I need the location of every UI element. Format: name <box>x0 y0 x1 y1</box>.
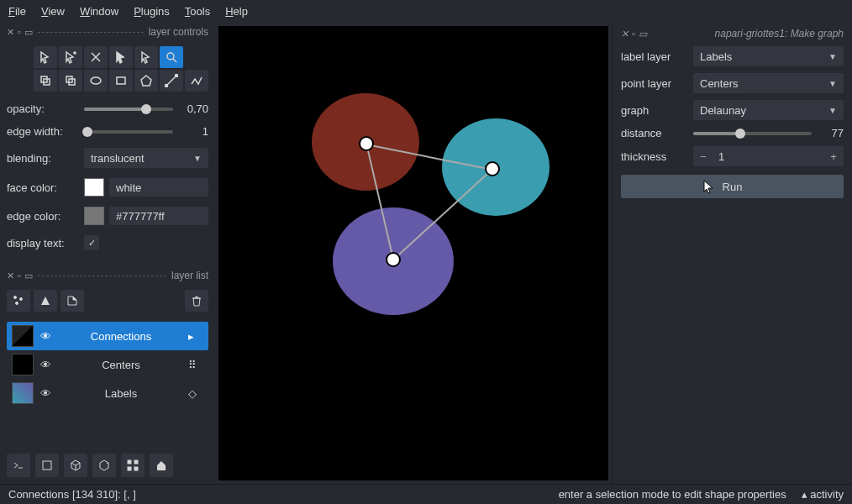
canvas[interactable] <box>218 26 608 480</box>
chevron-down-icon: ▼ <box>828 52 837 61</box>
tool-select-filled[interactable] <box>109 46 133 68</box>
edge-color-input[interactable]: #777777ff <box>109 207 208 225</box>
svg-point-5 <box>91 77 101 84</box>
chevron-down-icon: ▼ <box>193 154 202 163</box>
layer-name: Labels <box>60 387 181 400</box>
status-hint: enter a selection mode to edit shape pro… <box>559 488 786 501</box>
svg-rect-16 <box>134 467 138 470</box>
grid-button[interactable] <box>121 454 145 477</box>
collapse-icon[interactable]: ▭ <box>24 27 33 38</box>
face-color-input[interactable]: white <box>109 178 208 197</box>
thickness-spinner[interactable]: − 1 + <box>693 146 844 166</box>
plugin-title: napari-griottes1: Make graph <box>715 28 844 39</box>
menu-plugins[interactable]: Plugins <box>134 5 170 18</box>
graph-node <box>485 161 500 176</box>
close-icon[interactable]: ✕ <box>621 29 628 39</box>
statusbar: Connections [134 310]: [, ] enter a sele… <box>0 484 852 504</box>
undock-icon[interactable]: ▫ <box>18 27 21 38</box>
tool-move-back[interactable] <box>34 70 57 92</box>
tool-select-direct[interactable] <box>134 46 158 68</box>
transpose-button[interactable] <box>92 454 116 477</box>
tool-zoom[interactable] <box>160 46 183 68</box>
point-layer-select[interactable]: Centers▼ <box>693 73 844 93</box>
new-shapes-button[interactable] <box>34 290 57 312</box>
visibility-icon[interactable]: 👁 <box>40 330 54 343</box>
svg-rect-13 <box>128 460 131 464</box>
delete-layer-button[interactable] <box>185 290 208 312</box>
layer-type-icon: ◇ <box>188 387 203 400</box>
new-points-button[interactable] <box>7 290 30 312</box>
roll-button[interactable] <box>64 454 87 477</box>
collapse-icon[interactable]: ▭ <box>24 270 33 281</box>
distance-value: 77 <box>818 127 844 139</box>
menu-tools[interactable]: Tools <box>185 5 210 18</box>
graph-node <box>386 252 401 267</box>
tool-move-front[interactable] <box>59 70 82 92</box>
opacity-label: opacity: <box>7 102 79 115</box>
graph-node <box>359 136 374 151</box>
tool-line[interactable] <box>160 70 183 92</box>
tool-path[interactable] <box>185 70 208 92</box>
plugin-panel: ✕ ▫ ▭ napari-griottes1: Make graph label… <box>612 23 852 484</box>
ndisplay-button[interactable] <box>35 454 59 477</box>
menu-file[interactable]: File <box>8 5 26 18</box>
menu-help[interactable]: Help <box>225 5 248 18</box>
layer-type-icon: ▸ <box>188 330 203 343</box>
label-layer-select[interactable]: Labels▼ <box>693 46 844 66</box>
activity-toggle[interactable]: ▴ activity <box>802 488 844 501</box>
undock-icon[interactable]: ▫ <box>632 29 635 39</box>
menu-window[interactable]: Window <box>80 5 118 18</box>
svg-point-7 <box>166 85 168 87</box>
distance-slider[interactable] <box>693 132 812 135</box>
layer-name: Connections <box>60 330 181 343</box>
edge-color-label: edge color: <box>7 210 79 223</box>
layer-thumbnail <box>12 325 34 347</box>
minus-icon[interactable]: − <box>693 150 713 163</box>
menubar: File View Window Plugins Tools Help <box>0 0 852 23</box>
close-icon[interactable]: ✕ <box>7 27 14 38</box>
graph-label: graph <box>621 104 686 117</box>
layer-controls-title: layer controls <box>149 26 208 38</box>
tool-add-point[interactable] <box>59 46 82 68</box>
chevron-down-icon: ▼ <box>828 79 837 88</box>
graph-select[interactable]: Delaunay▼ <box>693 100 844 120</box>
new-labels-button[interactable] <box>60 290 84 312</box>
collapse-icon[interactable]: ▭ <box>639 29 647 39</box>
plus-icon[interactable]: + <box>823 150 844 163</box>
opacity-slider[interactable] <box>84 108 173 111</box>
left-panel: ✕ ▫ ▭ layer controls opacity: <box>0 23 215 484</box>
edge-color-swatch[interactable] <box>84 207 104 225</box>
chevron-down-icon: ▼ <box>828 106 837 115</box>
blending-label: blending: <box>7 152 79 165</box>
console-button[interactable] <box>7 454 30 477</box>
viewer-toolbar <box>7 447 208 477</box>
display-text-checkbox[interactable]: ✓ <box>84 235 99 250</box>
home-button[interactable] <box>150 454 173 477</box>
tool-ellipse[interactable] <box>84 70 108 92</box>
opacity-value: 0,70 <box>178 102 208 115</box>
visibility-icon[interactable]: 👁 <box>40 359 54 371</box>
close-icon[interactable]: ✕ <box>7 270 14 281</box>
layer-row[interactable]: 👁 Centers ⠿ <box>7 350 208 379</box>
layer-row[interactable]: 👁 Connections ▸ <box>7 322 208 350</box>
face-color-swatch[interactable] <box>84 178 104 197</box>
visibility-icon[interactable]: 👁 <box>40 387 54 400</box>
blending-select[interactable]: translucent▼ <box>84 148 208 168</box>
thickness-label: thickness <box>621 150 686 163</box>
layer-thumbnail <box>12 354 34 375</box>
run-button[interactable]: Run <box>621 175 844 198</box>
display-text-label: display text: <box>7 237 79 249</box>
edge-width-label: edge width: <box>7 125 79 138</box>
tool-polygon[interactable] <box>134 70 158 92</box>
svg-rect-6 <box>117 77 125 84</box>
tool-delete[interactable] <box>84 46 108 68</box>
layer-tools <box>7 46 208 92</box>
svg-point-0 <box>167 53 174 60</box>
layer-row[interactable]: 👁 Labels ◇ <box>7 379 208 407</box>
menu-view[interactable]: View <box>41 5 65 18</box>
edge-width-slider[interactable] <box>84 130 173 134</box>
tool-rectangle[interactable] <box>109 70 133 92</box>
tool-select-arrow[interactable] <box>34 46 57 68</box>
cursor-icon <box>703 180 715 195</box>
undock-icon[interactable]: ▫ <box>18 270 21 281</box>
